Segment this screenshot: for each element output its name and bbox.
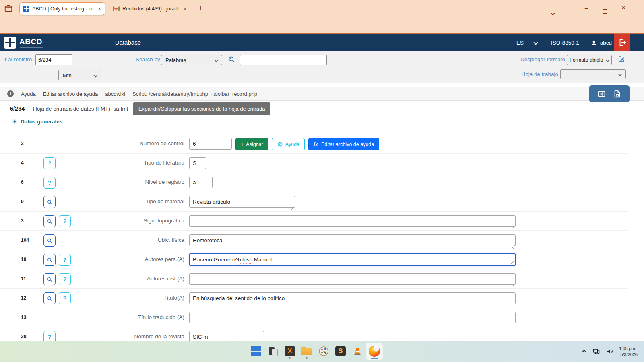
- field-label: Autores inst.(A): [60, 276, 184, 282]
- field-help-button[interactable]: ?: [43, 331, 56, 341]
- field-row-13: 13Título traducido (A): [0, 308, 628, 327]
- paint-icon: [318, 346, 329, 356]
- field-tag: 13: [21, 315, 26, 320]
- field-row-10: 10?Autores pers.(A)Briceño Guerrero^bJos…: [0, 250, 628, 269]
- goto-input[interactable]: [35, 54, 72, 65]
- taskbar-clock[interactable]: 1:05 p.m. 5/3/2026: [619, 346, 638, 358]
- field-label: Ubic. física: [60, 237, 184, 243]
- edit-icon: [314, 142, 319, 147]
- tab-gmail[interactable]: Recibidos (4.439) - jurado02060 ×: [109, 2, 190, 15]
- field-input-4[interactable]: [189, 157, 206, 169]
- save-record-button[interactable]: [613, 90, 621, 98]
- search-input[interactable]: [240, 55, 327, 65]
- worksheet-label: Hoja de trabajo: [505, 71, 558, 77]
- abcd-favicon: [23, 6, 29, 12]
- field-input-2[interactable]: [189, 138, 232, 150]
- field-input-13[interactable]: [189, 312, 516, 323]
- field-help-button[interactable]: ?: [43, 157, 56, 169]
- taskbar-firefox-button[interactable]: ☆: [366, 343, 383, 360]
- help-link[interactable]: Ayuda: [21, 91, 36, 97]
- close-window-button[interactable]: ×: [617, 2, 630, 15]
- taskbar-paint-button[interactable]: [315, 343, 332, 360]
- app-dark-icon: [268, 346, 278, 356]
- worksheet-title: Hoja de entrada de datos (FMT): sa.fmt: [33, 106, 128, 112]
- chevron-down-icon: [606, 58, 610, 62]
- field-input-11[interactable]: [189, 273, 516, 285]
- edit-help-button[interactable]: Editar archivo de ayuda: [308, 138, 379, 150]
- new-tab-button[interactable]: +: [198, 3, 203, 13]
- star-badge: ☆: [373, 346, 379, 352]
- open-panel-button[interactable]: [597, 90, 606, 98]
- field-input-9[interactable]: [189, 196, 295, 208]
- running-indicator: [306, 357, 308, 359]
- screen: { "icons": { "close_glyph": "×", "plus_g…: [0, 0, 644, 362]
- taskbar-xampp-button[interactable]: X: [281, 343, 298, 360]
- logout-icon: [618, 38, 627, 47]
- display-format-label: Desplegar formato: [505, 56, 565, 62]
- taskbar-app-dark-button[interactable]: [264, 343, 281, 360]
- taskbar-app-s-button[interactable]: S: [332, 343, 349, 360]
- display-format-select[interactable]: Formato abiblo: [567, 55, 612, 65]
- field-input-12[interactable]: [189, 292, 516, 304]
- field-search-button[interactable]: [43, 215, 56, 227]
- worksheet-select[interactable]: [560, 69, 626, 79]
- field-search-button[interactable]: [43, 234, 56, 247]
- field-search-button[interactable]: [43, 292, 56, 304]
- field-helper-buttons: ?: [43, 177, 56, 189]
- field-label: Tipo de material: [60, 198, 184, 204]
- field-input-20[interactable]: [189, 331, 264, 341]
- chevron-down-icon: [618, 72, 622, 76]
- section-title: Datos generales: [21, 119, 62, 125]
- field-search-button[interactable]: [43, 273, 56, 285]
- minimize-button[interactable]: –: [580, 2, 592, 15]
- section-toggle-datos-generales[interactable]: + Datos generales: [12, 119, 62, 125]
- script-label: Script: /central/dataentry/fmt.php→toolb…: [132, 91, 257, 97]
- search-by-select[interactable]: Palabras: [161, 55, 222, 65]
- taskbar-apps: XS☆: [248, 343, 383, 360]
- field-search-button[interactable]: [43, 196, 56, 208]
- user-badge[interactable]: abcd: [590, 39, 612, 46]
- plus-icon: +: [241, 142, 244, 147]
- gmail-icon: [113, 6, 120, 12]
- data-entry-form: 6/234 Hoja de entrada de datos (FMT): sa…: [0, 101, 644, 341]
- tab-close-icon[interactable]: ×: [184, 6, 187, 12]
- taskbar-start-button[interactable]: [248, 343, 264, 360]
- field-input-10[interactable]: Briceño Guerrero^bJosé Manuel: [189, 253, 516, 266]
- tray-expand-icon[interactable]: [582, 350, 587, 355]
- field-row-6: 6?Nivel de registro: [0, 173, 628, 192]
- resize-grip[interactable]: [510, 260, 514, 264]
- logout-button[interactable]: [614, 34, 630, 51]
- field-row-9: 9Tipo de material: [0, 192, 628, 212]
- search-assist-icon[interactable]: [228, 56, 236, 64]
- edit-format-icon[interactable]: [617, 55, 625, 63]
- field-input-6[interactable]: [189, 177, 213, 188]
- volume-icon[interactable]: [606, 348, 613, 355]
- taskbar-vlc-button[interactable]: [349, 343, 366, 360]
- system-tray: 1:05 p.m. 5/3/2026: [583, 341, 638, 362]
- maximize-button[interactable]: [599, 2, 611, 15]
- field-label: Sign. topográfica: [60, 218, 184, 224]
- field-help-button[interactable]: ?: [43, 177, 56, 189]
- assign-button[interactable]: +Asignar: [235, 138, 268, 150]
- help-button[interactable]: Ayuda: [272, 138, 305, 150]
- field-input-3[interactable]: [189, 215, 516, 227]
- mfn-select[interactable]: Mfn: [58, 70, 101, 80]
- expand-icon[interactable]: +: [12, 119, 17, 124]
- abcd-logo[interactable]: [4, 37, 16, 49]
- abcd-header: ABCD Database Cepal ES ISO-8859-1 abcd: [0, 34, 644, 51]
- edit-help-link[interactable]: Editar archivo de ayuda: [43, 91, 98, 97]
- tab-close-icon[interactable]: ×: [98, 6, 101, 12]
- firefox-view-icon[interactable]: [4, 4, 13, 13]
- encoding-label: ISO-8859-1: [551, 40, 579, 46]
- field-search-button[interactable]: [43, 254, 56, 266]
- tab-strip: ABCD | Only for testing - not fo × Recib…: [0, 0, 644, 17]
- field-label: Número de control: [60, 140, 184, 146]
- taskbar-file-explorer-button[interactable]: [298, 343, 315, 360]
- tab-abcd[interactable]: ABCD | Only for testing - not fo ×: [19, 2, 105, 15]
- wiki-link[interactable]: abcdwiki: [105, 91, 125, 97]
- search-by-label: Search by: [136, 56, 160, 62]
- field-input-104[interactable]: [189, 234, 516, 246]
- language-select[interactable]: ES: [516, 40, 537, 46]
- network-icon[interactable]: [592, 348, 600, 355]
- tab-list-button[interactable]: [547, 2, 559, 15]
